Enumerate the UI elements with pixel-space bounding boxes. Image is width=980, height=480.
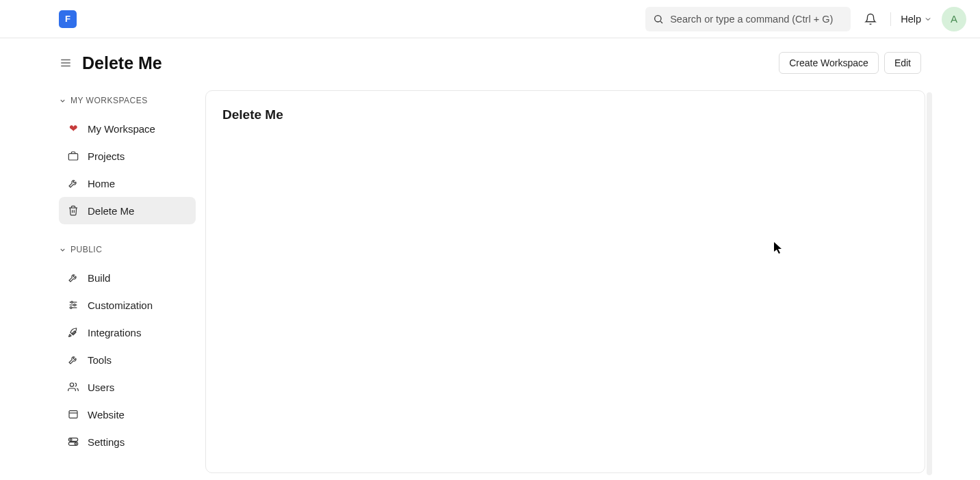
svg-point-16 (70, 439, 72, 441)
heart-icon: ❤ (67, 122, 79, 135)
sidebar-item-label: My Workspace (88, 123, 155, 135)
sidebar-item-home[interactable]: Home (59, 170, 196, 197)
sidebar-item-label: Settings (88, 436, 125, 448)
sidebar-item-integrations[interactable]: Integrations (59, 319, 196, 346)
svg-line-1 (660, 21, 662, 23)
svg-point-7 (71, 302, 73, 304)
window-icon (67, 408, 79, 421)
search-input[interactable] (670, 14, 844, 25)
sliders-icon (67, 299, 79, 311)
public-list: Build Customization Integrations Tools (59, 264, 196, 455)
tool-icon (67, 354, 79, 366)
topbar: F Help A (0, 0, 980, 38)
create-workspace-button[interactable]: Create Workspace (779, 52, 879, 74)
bell-icon (864, 13, 877, 25)
sidebar-item-tools[interactable]: Tools (59, 346, 196, 373)
sidebar-item-label: Tools (88, 354, 112, 366)
notifications-button[interactable] (860, 9, 881, 29)
sidebar-item-label: Website (88, 409, 125, 421)
svg-rect-13 (69, 411, 77, 418)
workspace-card: Delete Me (205, 90, 925, 473)
sidebar-item-delete-me[interactable]: Delete Me (59, 197, 196, 224)
section-my-workspaces[interactable]: MY WORKSPACES (59, 93, 196, 108)
rocket-icon (67, 326, 79, 338)
sidebar-item-build[interactable]: Build (59, 264, 196, 291)
svg-point-12 (70, 383, 73, 386)
section-label: MY WORKSPACES (70, 96, 148, 105)
sidebar-item-customization[interactable]: Customization (59, 291, 196, 319)
app-logo-letter: F (65, 14, 70, 24)
trash-icon (67, 204, 79, 217)
scrollbar[interactable] (927, 92, 932, 475)
sidebar-item-label: Build (88, 272, 110, 284)
sidebar-item-label: Users (88, 382, 114, 393)
sidebar-item-label: Integrations (88, 327, 141, 338)
svg-point-9 (74, 304, 76, 306)
svg-point-11 (70, 307, 72, 309)
sidebar-toggle[interactable] (59, 56, 73, 70)
sidebar-item-projects[interactable]: Projects (59, 142, 196, 170)
svg-point-18 (75, 443, 77, 445)
sidebar-item-my-workspace[interactable]: ❤ My Workspace (59, 115, 196, 142)
chevron-down-icon (924, 15, 932, 23)
briefcase-icon (67, 150, 79, 162)
page-title: Delete Me (82, 53, 162, 73)
menu-icon (60, 57, 72, 69)
card-title: Delete Me (222, 107, 908, 122)
help-menu[interactable]: Help (901, 14, 932, 25)
section-public[interactable]: PUBLIC (59, 242, 196, 257)
svg-point-0 (655, 15, 661, 21)
sidebar: MY WORKSPACES ❤ My Workspace Projects Ho… (59, 82, 196, 480)
body: MY WORKSPACES ❤ My Workspace Projects Ho… (0, 82, 980, 480)
topbar-right: Help A (645, 7, 966, 31)
main-content: Delete Me (196, 82, 980, 480)
page-header: Delete Me Create Workspace Edit (0, 38, 980, 82)
avatar[interactable]: A (942, 7, 966, 31)
svg-rect-5 (68, 154, 77, 160)
app-logo[interactable]: F (59, 10, 77, 28)
users-icon (67, 381, 79, 393)
header-actions: Create Workspace Edit (779, 52, 921, 74)
sidebar-item-label: Delete Me (88, 205, 134, 217)
toggles-icon (67, 436, 79, 448)
search-icon (652, 13, 665, 25)
sidebar-item-settings[interactable]: Settings (59, 428, 196, 455)
help-label: Help (901, 14, 921, 25)
global-search[interactable] (645, 7, 851, 31)
avatar-initial: A (951, 13, 957, 25)
sidebar-item-users[interactable]: Users (59, 373, 196, 401)
chevron-down-icon (59, 246, 66, 254)
sidebar-item-website[interactable]: Website (59, 401, 196, 428)
separator (890, 12, 891, 26)
sidebar-item-label: Projects (88, 150, 125, 162)
edit-button[interactable]: Edit (884, 52, 921, 74)
section-label: PUBLIC (70, 245, 102, 254)
chevron-down-icon (59, 97, 66, 105)
tool-icon (67, 271, 79, 284)
my-workspaces-list: ❤ My Workspace Projects Home Delete Me (59, 115, 196, 224)
tool-icon (67, 177, 79, 189)
sidebar-item-label: Home (88, 178, 115, 189)
sidebar-item-label: Customization (88, 299, 153, 311)
